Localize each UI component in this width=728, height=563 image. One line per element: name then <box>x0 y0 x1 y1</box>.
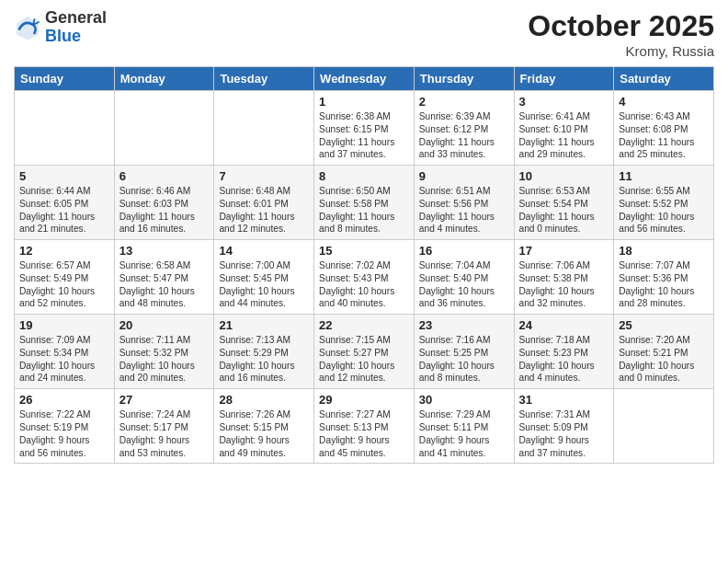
day-info-9: Sunrise: 6:51 AM Sunset: 5:56 PM Dayligh… <box>419 185 509 236</box>
day-number-8: 8 <box>319 169 409 183</box>
day-number-10: 10 <box>519 169 609 183</box>
calendar-header-row: Sunday Monday Tuesday Wednesday Thursday… <box>15 67 714 91</box>
cell-w2-d5: 17Sunrise: 7:06 AM Sunset: 5:38 PM Dayli… <box>514 240 614 315</box>
day-info-7: Sunrise: 6:48 AM Sunset: 6:01 PM Dayligh… <box>219 185 309 236</box>
cell-w3-d2: 21Sunrise: 7:13 AM Sunset: 5:29 PM Dayli… <box>214 315 314 389</box>
day-number-23: 23 <box>419 318 509 332</box>
col-thursday: Thursday <box>414 67 514 91</box>
day-info-6: Sunrise: 6:46 AM Sunset: 6:03 PM Dayligh… <box>119 185 210 236</box>
cell-w2-d3: 15Sunrise: 7:02 AM Sunset: 5:43 PM Dayli… <box>314 240 415 315</box>
cell-w2-d1: 13Sunrise: 6:58 AM Sunset: 5:47 PM Dayli… <box>114 240 214 315</box>
week-row-4: 26Sunrise: 7:22 AM Sunset: 5:19 PM Dayli… <box>15 389 714 464</box>
day-number-13: 13 <box>119 244 210 258</box>
day-number-18: 18 <box>619 244 709 258</box>
day-info-27: Sunrise: 7:24 AM Sunset: 5:17 PM Dayligh… <box>119 408 210 459</box>
cell-w2-d0: 12Sunrise: 6:57 AM Sunset: 5:49 PM Dayli… <box>15 240 115 315</box>
calendar: Sunday Monday Tuesday Wednesday Thursday… <box>14 66 714 464</box>
logo-blue: Blue <box>45 28 107 46</box>
day-info-12: Sunrise: 6:57 AM Sunset: 5:49 PM Dayligh… <box>19 259 109 310</box>
cell-w4-d6 <box>614 389 714 464</box>
day-number-20: 20 <box>119 318 210 332</box>
cell-w1-d0: 5Sunrise: 6:44 AM Sunset: 6:05 PM Daylig… <box>15 166 115 240</box>
logo-general: General <box>45 9 107 28</box>
day-number-26: 26 <box>19 393 109 407</box>
day-info-15: Sunrise: 7:02 AM Sunset: 5:43 PM Dayligh… <box>319 259 409 310</box>
day-info-10: Sunrise: 6:53 AM Sunset: 5:54 PM Dayligh… <box>519 185 609 236</box>
cell-w0-d1 <box>114 91 214 166</box>
cell-w0-d6: 4Sunrise: 6:43 AM Sunset: 6:08 PM Daylig… <box>614 91 714 166</box>
day-number-31: 31 <box>519 393 609 407</box>
cell-w0-d5: 3Sunrise: 6:41 AM Sunset: 6:10 PM Daylig… <box>514 91 614 166</box>
logo: General Blue <box>14 9 107 46</box>
day-info-13: Sunrise: 6:58 AM Sunset: 5:47 PM Dayligh… <box>119 259 210 310</box>
day-info-25: Sunrise: 7:20 AM Sunset: 5:21 PM Dayligh… <box>619 334 709 385</box>
cell-w3-d4: 23Sunrise: 7:16 AM Sunset: 5:25 PM Dayli… <box>414 315 514 389</box>
week-row-1: 5Sunrise: 6:44 AM Sunset: 6:05 PM Daylig… <box>15 166 714 240</box>
day-number-9: 9 <box>419 169 509 183</box>
day-number-25: 25 <box>619 318 709 332</box>
title-block: October 2025 Kromy, Russia <box>528 9 714 59</box>
day-number-30: 30 <box>419 393 509 407</box>
day-info-17: Sunrise: 7:06 AM Sunset: 5:38 PM Dayligh… <box>519 259 609 310</box>
day-number-28: 28 <box>219 393 309 407</box>
day-number-16: 16 <box>419 244 509 258</box>
cell-w3-d5: 24Sunrise: 7:18 AM Sunset: 5:23 PM Dayli… <box>514 315 614 389</box>
day-number-6: 6 <box>119 169 210 183</box>
day-number-12: 12 <box>19 244 109 258</box>
page: General Blue October 2025 Kromy, Russia … <box>0 0 728 563</box>
location: Kromy, Russia <box>528 43 714 59</box>
day-number-29: 29 <box>319 393 409 407</box>
cell-w0-d4: 2Sunrise: 6:39 AM Sunset: 6:12 PM Daylig… <box>414 91 514 166</box>
cell-w4-d5: 31Sunrise: 7:31 AM Sunset: 5:09 PM Dayli… <box>514 389 614 464</box>
week-row-2: 12Sunrise: 6:57 AM Sunset: 5:49 PM Dayli… <box>15 240 714 315</box>
day-info-21: Sunrise: 7:13 AM Sunset: 5:29 PM Dayligh… <box>219 334 309 385</box>
day-info-18: Sunrise: 7:07 AM Sunset: 5:36 PM Dayligh… <box>619 259 709 310</box>
logo-icon <box>14 14 41 41</box>
week-row-0: 1Sunrise: 6:38 AM Sunset: 6:15 PM Daylig… <box>15 91 714 166</box>
col-tuesday: Tuesday <box>214 67 314 91</box>
cell-w1-d4: 9Sunrise: 6:51 AM Sunset: 5:56 PM Daylig… <box>414 166 514 240</box>
day-number-2: 2 <box>419 95 509 109</box>
day-info-3: Sunrise: 6:41 AM Sunset: 6:10 PM Dayligh… <box>519 110 609 161</box>
day-info-30: Sunrise: 7:29 AM Sunset: 5:11 PM Dayligh… <box>419 408 509 459</box>
cell-w0-d3: 1Sunrise: 6:38 AM Sunset: 6:15 PM Daylig… <box>314 91 415 166</box>
cell-w4-d0: 26Sunrise: 7:22 AM Sunset: 5:19 PM Dayli… <box>15 389 115 464</box>
col-wednesday: Wednesday <box>314 67 415 91</box>
day-number-3: 3 <box>519 95 609 109</box>
cell-w1-d6: 11Sunrise: 6:55 AM Sunset: 5:52 PM Dayli… <box>614 166 714 240</box>
day-number-21: 21 <box>219 318 309 332</box>
day-number-14: 14 <box>219 244 309 258</box>
day-info-24: Sunrise: 7:18 AM Sunset: 5:23 PM Dayligh… <box>519 334 609 385</box>
day-info-1: Sunrise: 6:38 AM Sunset: 6:15 PM Dayligh… <box>319 110 409 161</box>
day-info-14: Sunrise: 7:00 AM Sunset: 5:45 PM Dayligh… <box>219 259 309 310</box>
day-info-29: Sunrise: 7:27 AM Sunset: 5:13 PM Dayligh… <box>319 408 409 459</box>
col-friday: Friday <box>514 67 614 91</box>
day-number-19: 19 <box>19 318 109 332</box>
day-number-4: 4 <box>619 95 709 109</box>
logo-text: General Blue <box>45 9 107 46</box>
day-number-22: 22 <box>319 318 409 332</box>
day-number-15: 15 <box>319 244 409 258</box>
cell-w2-d2: 14Sunrise: 7:00 AM Sunset: 5:45 PM Dayli… <box>214 240 314 315</box>
cell-w1-d2: 7Sunrise: 6:48 AM Sunset: 6:01 PM Daylig… <box>214 166 314 240</box>
day-number-1: 1 <box>319 95 409 109</box>
cell-w3-d3: 22Sunrise: 7:15 AM Sunset: 5:27 PM Dayli… <box>314 315 415 389</box>
cell-w3-d1: 20Sunrise: 7:11 AM Sunset: 5:32 PM Dayli… <box>114 315 214 389</box>
cell-w0-d2 <box>214 91 314 166</box>
day-info-4: Sunrise: 6:43 AM Sunset: 6:08 PM Dayligh… <box>619 110 709 161</box>
cell-w2-d6: 18Sunrise: 7:07 AM Sunset: 5:36 PM Dayli… <box>614 240 714 315</box>
header: General Blue October 2025 Kromy, Russia <box>14 9 714 59</box>
col-sunday: Sunday <box>15 67 115 91</box>
day-info-16: Sunrise: 7:04 AM Sunset: 5:40 PM Dayligh… <box>419 259 509 310</box>
cell-w0-d0 <box>15 91 115 166</box>
day-number-5: 5 <box>19 169 109 183</box>
week-row-3: 19Sunrise: 7:09 AM Sunset: 5:34 PM Dayli… <box>15 315 714 389</box>
cell-w2-d4: 16Sunrise: 7:04 AM Sunset: 5:40 PM Dayli… <box>414 240 514 315</box>
day-info-5: Sunrise: 6:44 AM Sunset: 6:05 PM Dayligh… <box>19 185 109 236</box>
day-number-11: 11 <box>619 169 709 183</box>
day-number-24: 24 <box>519 318 609 332</box>
day-info-2: Sunrise: 6:39 AM Sunset: 6:12 PM Dayligh… <box>419 110 509 161</box>
day-number-27: 27 <box>119 393 210 407</box>
cell-w4-d4: 30Sunrise: 7:29 AM Sunset: 5:11 PM Dayli… <box>414 389 514 464</box>
col-saturday: Saturday <box>614 67 714 91</box>
